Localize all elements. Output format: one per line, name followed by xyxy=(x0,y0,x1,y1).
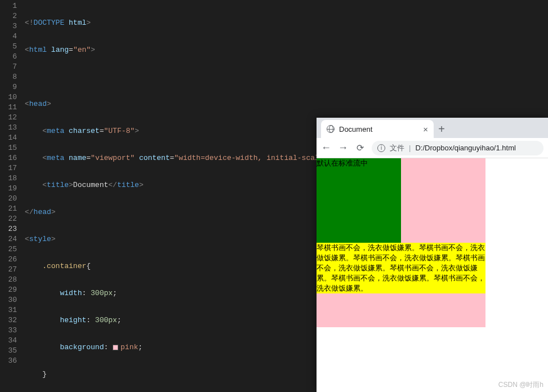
preview-div2: 琴棋书画不会，洗衣做饭嫌累。琴棋书画不会，洗衣做饭嫌累。琴棋书画不会，洗衣做饭嫌… xyxy=(317,243,485,293)
page-viewport: 默认在标准流中 琴棋书画不会，洗衣做饭嫌累。琴棋书画不会，洗衣做饭嫌累。琴棋书画… xyxy=(317,158,548,392)
forward-button[interactable]: → xyxy=(338,142,348,154)
address-bar[interactable]: i 文件 | D:/Dropbox/qianguyihao/1.html xyxy=(372,141,543,155)
preview-div1: 默认在标准流中 xyxy=(317,158,401,243)
code-text: <!DOCTYPE html> xyxy=(25,19,91,27)
preview-container: 默认在标准流中 琴棋书画不会，洗衣做饭嫌累。琴棋书画不会，洗衣做饭嫌累。琴棋书画… xyxy=(317,158,485,327)
url-path: D:/Dropbox/qianguyihao/1.html xyxy=(415,144,516,152)
close-icon[interactable]: × xyxy=(423,125,428,133)
browser-toolbar: ← → ⟳ i 文件 | D:/Dropbox/qianguyihao/1.ht… xyxy=(317,138,548,158)
url-separator: | xyxy=(409,144,411,152)
new-tab-button[interactable]: + xyxy=(434,120,449,138)
browser-window: Document × + ← → ⟳ i 文件 | D:/Dropbox/qia… xyxy=(317,118,548,392)
tab-title: Document xyxy=(339,125,418,133)
back-button[interactable]: ← xyxy=(321,142,331,154)
info-icon[interactable]: i xyxy=(377,144,385,152)
reload-button[interactable]: ⟳ xyxy=(355,142,365,153)
color-swatch-pink xyxy=(113,345,118,350)
browser-tab[interactable]: Document × xyxy=(321,120,434,138)
watermark-text: CSDN @时雨h xyxy=(498,380,543,390)
url-scheme: 文件 xyxy=(390,143,404,153)
globe-icon xyxy=(327,125,335,133)
line-number-gutter: 1234567891011121314151617181920212223242… xyxy=(0,0,25,392)
tab-strip: Document × + xyxy=(317,118,548,138)
